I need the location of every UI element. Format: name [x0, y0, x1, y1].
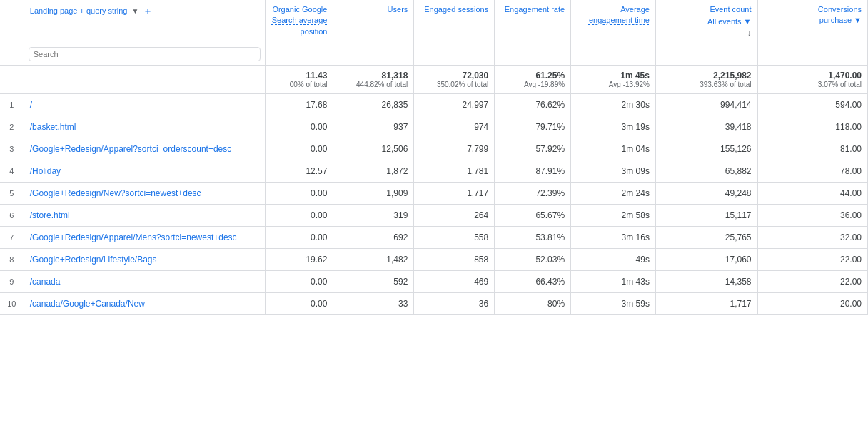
avg-engagement-time-label: Average engagement time	[589, 5, 650, 24]
page-path-cell[interactable]: /Google+Redesign/Apparel?sortci=ordersco…	[24, 138, 266, 160]
users-value: 319	[333, 205, 414, 227]
conversions-label: Conversions	[818, 4, 862, 15]
all-events-dropdown-icon[interactable]: ▼	[744, 16, 752, 27]
row-number: 4	[0, 160, 24, 183]
subtotal-engrate-value: 61.25%	[500, 71, 565, 81]
conv-value: 81.00	[757, 138, 868, 160]
add-dimension-icon[interactable]: ＋	[143, 4, 153, 19]
eventcount-value: 15,117	[655, 205, 757, 227]
organic-position-label: Organic Google Search average position	[272, 5, 328, 36]
sort-descending-icon[interactable]: ↓	[747, 28, 752, 39]
filter-conv	[757, 43, 868, 66]
row-number: 6	[0, 205, 24, 227]
filter-row-num	[0, 43, 24, 66]
table-row: 9 /canada 0.00 592 469 66.43% 1m 43s 14,…	[0, 271, 868, 293]
filter-organic	[266, 43, 333, 66]
organic-value: 0.00	[266, 271, 333, 293]
search-input[interactable]	[29, 47, 261, 61]
filter-engaged	[414, 43, 495, 66]
all-events-dropdown[interactable]: All events ▼	[707, 16, 752, 27]
page-path-cell[interactable]: /Google+Redesign/Apparel/Mens?sortci=new…	[24, 227, 266, 249]
eventcount-value: 14,358	[655, 271, 757, 293]
subtotal-num	[0, 66, 24, 93]
subtotal-conv: 1,470.00 3.07% of total	[757, 66, 868, 93]
table-row: 2 /basket.html 0.00 937 974 79.71% 3m 19…	[0, 116, 868, 138]
conv-dropdown-icon[interactable]: ▼	[854, 15, 862, 26]
landing-page-label: Landing page + query string	[30, 6, 128, 16]
engrate-value: 57.92%	[495, 138, 571, 160]
page-path-cell[interactable]: /Holiday	[24, 160, 266, 183]
engaged-value: 36	[414, 293, 495, 315]
users-value: 33	[333, 293, 414, 315]
subtotal-engrate: 61.25% Avg -19.89%	[495, 66, 571, 93]
table-body: 1 / 17.68 26,835 24,997 76.62% 2m 30s 99…	[0, 93, 868, 315]
column-header-row: Landing page + query string ▼ ＋ Organic …	[0, 0, 868, 43]
engagement-rate-header[interactable]: Engagement rate	[495, 0, 571, 43]
conv-purchase-label: purchase	[819, 15, 852, 26]
all-events-label: All events	[707, 16, 742, 27]
avg-engagement-time-header[interactable]: Average engagement time	[571, 0, 656, 43]
organic-value: 0.00	[266, 183, 333, 205]
row-number: 1	[0, 93, 24, 116]
engrate-value: 52.03%	[495, 249, 571, 271]
users-header[interactable]: Users	[333, 0, 414, 43]
engaged-value: 974	[414, 116, 495, 138]
avgtime-value: 49s	[571, 249, 656, 271]
users-value: 1,482	[333, 249, 414, 271]
eventcount-value: 25,765	[655, 227, 757, 249]
eventcount-value: 65,882	[655, 160, 757, 183]
row-number: 8	[0, 249, 24, 271]
landing-page-header[interactable]: Landing page + query string ▼ ＋	[24, 0, 266, 43]
subtotal-eventcount-pct: 393.63% of total	[662, 81, 752, 88]
table-row: 1 / 17.68 26,835 24,997 76.62% 2m 30s 99…	[0, 93, 868, 116]
eventcount-value: 155,126	[655, 138, 757, 160]
subtotal-users-pct: 444.82% of total	[339, 81, 408, 88]
subtotal-engaged: 72,030 350.02% of total	[414, 66, 495, 93]
conv-value: 22.00	[757, 249, 868, 271]
page-path-cell[interactable]: /Google+Redesign/New?sortci=newest+desc	[24, 183, 266, 205]
engrate-value: 87.91%	[495, 160, 571, 183]
table-row: 8 /Google+Redesign/Lifestyle/Bags 19.62 …	[0, 249, 868, 271]
avgtime-value: 3m 16s	[571, 227, 656, 249]
table-row: 6 /store.html 0.00 319 264 65.67% 2m 58s…	[0, 205, 868, 227]
engaged-sessions-label: Engaged sessions	[424, 5, 488, 14]
event-count-label: Event count	[710, 4, 751, 15]
eventcount-value: 49,248	[655, 183, 757, 205]
event-count-header[interactable]: Event count All events ▼ ↓	[655, 0, 757, 43]
page-path-cell[interactable]: /canada/Google+Canada/New	[24, 293, 266, 315]
landing-dropdown-icon[interactable]: ▼	[131, 6, 138, 16]
avgtime-value: 3m 09s	[571, 160, 656, 183]
page-path-cell[interactable]: /	[24, 93, 266, 116]
page-path-cell[interactable]: /basket.html	[24, 116, 266, 138]
conv-purchase-dropdown[interactable]: purchase ▼	[819, 15, 862, 26]
subtotal-engaged-value: 72,030	[420, 71, 488, 81]
page-path-cell[interactable]: /Google+Redesign/Lifestyle/Bags	[24, 249, 266, 271]
page-path-cell[interactable]: /canada	[24, 271, 266, 293]
subtotal-avgtime-value: 1m 45s	[577, 71, 650, 81]
engaged-value: 1,781	[414, 160, 495, 183]
page-path-cell[interactable]: /store.html	[24, 205, 266, 227]
conv-value: 20.00	[757, 293, 868, 315]
eventcount-value: 1,717	[655, 293, 757, 315]
engaged-value: 469	[414, 271, 495, 293]
engaged-sessions-header[interactable]: Engaged sessions	[414, 0, 495, 43]
subtotal-eventcount: 2,215,982 393.63% of total	[655, 66, 757, 93]
conv-value: 594.00	[757, 93, 868, 116]
users-value: 692	[333, 227, 414, 249]
filter-users	[333, 43, 414, 66]
table-row: 4 /Holiday 12.57 1,872 1,781 87.91% 3m 0…	[0, 160, 868, 183]
subtotal-organic-value: 11.43	[271, 71, 327, 81]
filter-row	[0, 43, 868, 66]
subtotal-engaged-pct: 350.02% of total	[420, 81, 488, 88]
row-number: 3	[0, 138, 24, 160]
conv-value: 22.00	[757, 271, 868, 293]
engrate-value: 72.39%	[495, 183, 571, 205]
organic-value: 0.00	[266, 227, 333, 249]
organic-value: 0.00	[266, 205, 333, 227]
row-number: 9	[0, 271, 24, 293]
filter-search-cell[interactable]	[24, 43, 266, 66]
organic-value: 12.57	[266, 160, 333, 183]
subtotal-users-value: 81,318	[339, 71, 408, 81]
conversions-header[interactable]: Conversions purchase ▼	[757, 0, 868, 43]
avgtime-value: 2m 24s	[571, 183, 656, 205]
